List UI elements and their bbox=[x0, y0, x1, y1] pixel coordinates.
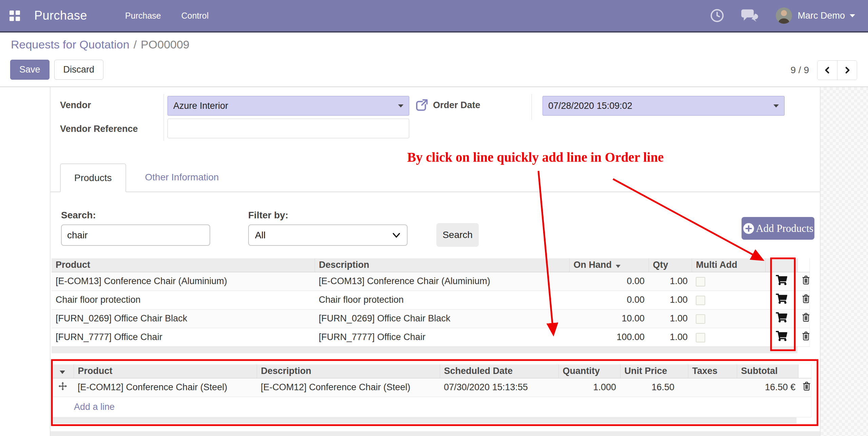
order-lines-table: Product Description Scheduled Date Quant… bbox=[52, 364, 811, 417]
product-row[interactable]: Chair floor protection Chair floor prote… bbox=[52, 291, 809, 309]
vendor-value: Azure Interior bbox=[173, 101, 228, 111]
cell-on-hand: 10.00 bbox=[569, 309, 649, 328]
col-header-trash bbox=[797, 258, 809, 272]
breadcrumb-current: PO00009 bbox=[141, 38, 190, 51]
add-a-line-link[interactable]: Add a line bbox=[56, 402, 115, 412]
avatar[interactable] bbox=[776, 7, 792, 24]
filter-selected-value: All bbox=[255, 230, 265, 241]
breadcrumb: Requests for Quotation/PO00009 bbox=[11, 38, 190, 51]
drag-handle-icon[interactable] bbox=[58, 382, 67, 393]
product-row[interactable]: [FURN_0269] Office Chair Black [FURN_026… bbox=[52, 309, 809, 328]
purchase-app-screen: Purchase Purchase Control bbox=[0, 0, 868, 436]
external-link-icon[interactable] bbox=[414, 98, 429, 114]
cell-product: [E-COM12] Conference Chair (Steel) bbox=[74, 378, 257, 397]
col-header-multi-add[interactable]: Multi Add bbox=[692, 258, 765, 272]
cart-icon[interactable] bbox=[776, 277, 787, 287]
order-line-row[interactable]: [E-COM12] Conference Chair (Steel) [E-CO… bbox=[52, 378, 811, 397]
cell-taxes bbox=[688, 378, 737, 397]
sort-desc-icon bbox=[616, 265, 620, 268]
cell-description: [E-COM13] Conference Chair (Aluminium) bbox=[315, 272, 569, 291]
trash-icon[interactable] bbox=[802, 383, 811, 393]
col-header-quantity[interactable]: Quantity bbox=[558, 364, 620, 378]
order-lines-footer bbox=[52, 418, 796, 424]
col-header-product[interactable]: Product bbox=[74, 364, 257, 378]
top-navbar: Purchase Purchase Control bbox=[0, 0, 868, 33]
products-table-footer bbox=[52, 346, 797, 353]
trash-icon[interactable] bbox=[802, 296, 809, 306]
multi-add-checkbox[interactable] bbox=[696, 314, 705, 324]
col-header-description[interactable]: Description bbox=[257, 364, 440, 378]
vendor-reference-input[interactable] bbox=[167, 119, 409, 138]
cell-scheduled-date: 07/30/2020 15:13:55 bbox=[440, 378, 558, 397]
user-menu[interactable]: Marc Demo bbox=[797, 11, 845, 21]
annotation-text: By click on line quickly add line in Ord… bbox=[407, 150, 664, 165]
order-date-value: 07/28/2020 15:09:02 bbox=[548, 101, 632, 111]
add-products-label: Add Products bbox=[756, 222, 813, 235]
search-label: Search: bbox=[61, 210, 96, 221]
cell-on-hand: 0.00 bbox=[569, 272, 649, 291]
plus-circle-icon bbox=[743, 222, 755, 235]
cell-qty: 1.00 bbox=[649, 272, 692, 291]
notebook-tabs: Products Other Information bbox=[51, 163, 820, 192]
add-products-button[interactable]: Add Products bbox=[742, 217, 814, 240]
products-table: Product Description On Hand Qty Multi Ad… bbox=[52, 258, 810, 347]
col-header-unit-price[interactable]: Unit Price bbox=[620, 364, 688, 378]
col-header-product[interactable]: Product bbox=[52, 258, 315, 272]
save-button[interactable]: Save bbox=[10, 60, 50, 80]
menu-purchase[interactable]: Purchase bbox=[125, 11, 161, 21]
cart-icon[interactable] bbox=[776, 314, 787, 324]
discard-button[interactable]: Discard bbox=[54, 60, 104, 80]
product-row[interactable]: [FURN_7777] Office Chair [FURN_7777] Off… bbox=[52, 328, 809, 346]
cell-unit-price: 16.50 bbox=[620, 378, 688, 397]
multi-add-checkbox[interactable] bbox=[696, 296, 705, 305]
col-header-taxes[interactable]: Taxes bbox=[688, 364, 737, 378]
col-header-qty[interactable]: Qty bbox=[649, 258, 692, 272]
pager-next-button[interactable] bbox=[837, 61, 857, 80]
col-header-description[interactable]: Description bbox=[315, 258, 569, 272]
col-header-scheduled-date[interactable]: Scheduled Date bbox=[440, 364, 558, 378]
vendor-field[interactable]: Azure Interior bbox=[167, 96, 409, 116]
trash-icon[interactable] bbox=[802, 333, 809, 343]
chat-icon[interactable] bbox=[741, 8, 759, 23]
control-panel: Requests for Quotation/PO00009 Save Disc… bbox=[0, 33, 868, 87]
order-date-field[interactable]: 07/28/2020 15:09:02 bbox=[542, 96, 785, 116]
breadcrumb-parent-link[interactable]: Requests for Quotation bbox=[11, 38, 130, 51]
cart-icon[interactable] bbox=[776, 296, 787, 306]
multi-add-checkbox[interactable] bbox=[696, 333, 705, 342]
trash-icon[interactable] bbox=[802, 277, 809, 287]
top-menu: Purchase Control bbox=[125, 11, 209, 21]
pager-count: 9 / 9 bbox=[791, 65, 809, 76]
cell-qty: 1.00 bbox=[649, 291, 692, 309]
chevron-right-icon bbox=[844, 66, 851, 75]
vendor-label: Vendor bbox=[60, 100, 91, 111]
expand-caret-icon[interactable] bbox=[60, 371, 65, 374]
col-header-cart bbox=[765, 258, 797, 272]
user-caret-icon bbox=[850, 14, 855, 17]
pager-previous-button[interactable] bbox=[817, 61, 837, 80]
menu-control[interactable]: Control bbox=[181, 11, 209, 21]
search-input[interactable] bbox=[61, 224, 210, 246]
app-brand[interactable]: Purchase bbox=[34, 8, 87, 23]
cell-description: [FURN_0269] Office Chair Black bbox=[315, 309, 569, 328]
apps-menu-icon[interactable] bbox=[9, 11, 20, 21]
product-row[interactable]: [E-COM13] Conference Chair (Aluminium) [… bbox=[52, 272, 809, 291]
order-date-label: Order Date bbox=[433, 100, 480, 111]
navbar-right: Marc Demo bbox=[709, 7, 855, 24]
form-column-divider bbox=[163, 94, 164, 141]
cart-icon[interactable] bbox=[776, 333, 787, 343]
activities-clock-icon[interactable] bbox=[709, 8, 725, 23]
col-header-on-hand[interactable]: On Hand bbox=[569, 258, 649, 272]
pager: 9 / 9 bbox=[791, 60, 857, 80]
add-line-row: Add a line bbox=[52, 397, 811, 417]
tab-products[interactable]: Products bbox=[60, 163, 126, 192]
filter-select[interactable]: All bbox=[248, 224, 408, 246]
trash-icon[interactable] bbox=[802, 314, 809, 324]
col-header-subtotal[interactable]: Subtotal bbox=[737, 364, 798, 378]
cell-on-hand: 100.00 bbox=[569, 328, 649, 346]
form-buttons: Save Discard bbox=[10, 60, 103, 80]
tab-other-information[interactable]: Other Information bbox=[132, 163, 233, 192]
search-button[interactable]: Search bbox=[436, 223, 479, 247]
multi-add-checkbox[interactable] bbox=[696, 277, 705, 286]
col-header-expand bbox=[52, 364, 74, 378]
next-section-strip bbox=[51, 431, 820, 436]
